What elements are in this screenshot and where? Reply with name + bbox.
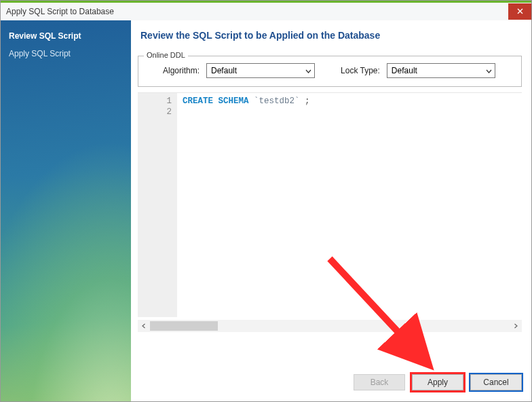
scroll-track[interactable] [150, 320, 510, 332]
page-heading: Review the SQL Script to be Applied on t… [131, 20, 531, 56]
algorithm-select[interactable] [206, 63, 315, 78]
scroll-left-icon[interactable] [138, 320, 150, 332]
locktype-select[interactable] [387, 63, 495, 78]
back-button[interactable]: Back [354, 374, 405, 390]
locktype-label: Lock Type: [341, 66, 380, 75]
dialog-window: Apply SQL Script to Database Review SQL … [0, 0, 532, 402]
dialog-footer: Back Apply Cancel [131, 365, 531, 401]
cancel-button[interactable]: Cancel [470, 374, 522, 390]
window-title: Apply SQL Script to Database [6, 7, 114, 16]
title-bar: Apply SQL Script to Database [1, 3, 531, 20]
main-panel: Review the SQL Script to be Applied on t… [131, 20, 531, 401]
scroll-right-icon[interactable] [510, 320, 522, 332]
online-ddl-group: Online DDL Algorithm: Lock Type: [138, 56, 522, 87]
sql-editor[interactable]: 1 2 CREATE SCHEMA `testdb2` ; [138, 92, 522, 317]
line-number: 2 [138, 107, 172, 117]
sql-terminator: ; [305, 96, 310, 106]
locktype-select-wrap [387, 63, 495, 78]
wizard-step-label: Review SQL Script [9, 31, 81, 41]
group-legend: Online DDL [144, 51, 188, 59]
wizard-step-apply[interactable]: Apply SQL Script [1, 45, 131, 62]
sql-keyword: CREATE SCHEMA [183, 96, 249, 106]
wizard-step-label: Apply SQL Script [9, 49, 71, 58]
group-row: Algorithm: Lock Type: [145, 63, 514, 78]
scroll-thumb[interactable] [150, 321, 218, 331]
line-number: 1 [138, 96, 172, 107]
sql-identifier: `testdb2` [254, 96, 300, 106]
horizontal-scrollbar[interactable] [138, 320, 522, 332]
wizard-step-review[interactable]: Review SQL Script [1, 27, 131, 45]
wizard-sidebar: Review SQL Script Apply SQL Script [1, 20, 131, 401]
line-gutter: 1 2 [138, 93, 177, 317]
algorithm-label: Algorithm: [163, 66, 200, 75]
close-button[interactable] [508, 3, 531, 20]
algorithm-select-wrap [206, 63, 315, 78]
code-area[interactable]: CREATE SCHEMA `testdb2` ; [177, 93, 522, 317]
close-icon [517, 7, 523, 16]
apply-button[interactable]: Apply [412, 374, 463, 390]
dialog-body: Review SQL Script Apply SQL Script Revie… [1, 20, 531, 401]
